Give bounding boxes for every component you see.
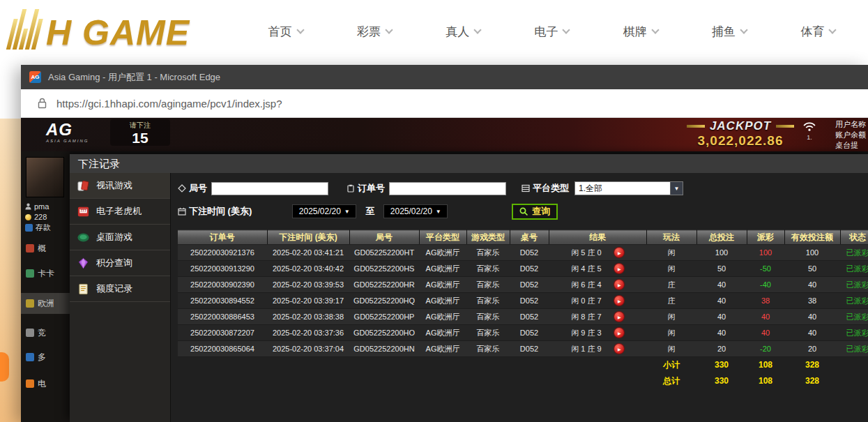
nav-item-sports[interactable]: 体育 bbox=[800, 24, 835, 40]
jackpot-dash bbox=[776, 125, 794, 128]
lobby-item-label: 多 bbox=[38, 352, 46, 363]
date-from-value: 2025/02/20 bbox=[299, 206, 341, 216]
menu-item-slots[interactable]: 777 电子老虎机 bbox=[70, 199, 170, 225]
menu-item-quota-records[interactable]: 额度记录 bbox=[70, 276, 170, 302]
slot-machine-icon: 777 bbox=[77, 205, 90, 218]
calendar-icon bbox=[178, 207, 186, 216]
round-label-text: 局号 bbox=[189, 182, 207, 195]
replay-button[interactable]: ▶ bbox=[614, 280, 624, 289]
cell-play: 闲 bbox=[646, 341, 696, 357]
nav-item-slots[interactable]: 电子 bbox=[534, 24, 569, 40]
cell-play: 庄 bbox=[646, 293, 696, 309]
cell-platform: AG欧洲厅 bbox=[419, 293, 466, 309]
replay-button[interactable]: ▶ bbox=[614, 328, 624, 338]
cell-bet: 40 bbox=[696, 309, 747, 325]
cell-table: D052 bbox=[510, 341, 549, 357]
table-games-icon bbox=[77, 231, 90, 244]
cell-game: 百家乐 bbox=[466, 293, 510, 309]
chevron-down-icon bbox=[563, 26, 570, 33]
total-payout: 108 bbox=[747, 373, 784, 389]
cell-table: D052 bbox=[510, 293, 549, 309]
result-text: 闲 4 庄 5 bbox=[571, 264, 601, 274]
cell-result: 闲 4 庄 5▶ bbox=[549, 261, 646, 277]
menu-label: 电子老虎机 bbox=[96, 205, 142, 218]
cell-platform: AG欧洲厅 bbox=[419, 245, 466, 261]
cell-round: GD052252200HQ bbox=[349, 293, 419, 309]
lobby-username: pma bbox=[25, 202, 49, 211]
ag-logo-subtext: ASIA GAMING bbox=[46, 139, 89, 143]
lobby-item-2[interactable]: 欧洲 bbox=[21, 293, 70, 314]
cell-empty bbox=[510, 357, 549, 373]
service-tab[interactable] bbox=[0, 352, 9, 382]
query-button[interactable]: 查询 bbox=[512, 204, 558, 220]
bet-record-row: 2502200309023902025-02-20 03:39:53GD0522… bbox=[178, 277, 868, 293]
deposit-icon bbox=[25, 224, 33, 232]
menu-item-video-games[interactable]: 视讯游戏 bbox=[70, 173, 170, 199]
replay-button[interactable]: ▶ bbox=[614, 296, 624, 306]
cell-empty bbox=[549, 373, 646, 389]
platform-select[interactable]: 1.全部 ▼ bbox=[574, 181, 683, 195]
wifi-indicator: 1. bbox=[800, 121, 818, 141]
cell-valid: 40 bbox=[784, 277, 840, 293]
countdown-label: 请下注 bbox=[110, 121, 170, 130]
menu-item-points-query[interactable]: 积分查询 bbox=[70, 250, 170, 276]
order-label: 订单号 bbox=[347, 182, 385, 195]
site-logo[interactable]: H GAME bbox=[11, 9, 241, 54]
cell-play: 闲 bbox=[646, 245, 696, 261]
replay-button[interactable]: ▶ bbox=[614, 344, 624, 354]
to-label: 至 bbox=[365, 205, 374, 218]
nav-item-lottery[interactable]: 彩票 bbox=[357, 24, 392, 40]
deposit-label: 存款 bbox=[36, 223, 51, 233]
round-input[interactable] bbox=[211, 182, 328, 195]
nav-item-live[interactable]: 真人 bbox=[446, 24, 480, 40]
replay-button[interactable]: ▶ bbox=[614, 248, 624, 257]
lobby-item-3[interactable]: 竞 bbox=[21, 322, 70, 343]
cell-empty bbox=[267, 373, 349, 389]
deposit-button[interactable]: 存款 bbox=[25, 223, 51, 233]
column-header: 有效投注额 bbox=[784, 230, 840, 245]
browser-titlebar[interactable]: AG Asia Gaming - 用户配置 1 - Microsoft Edge bbox=[21, 65, 868, 89]
nav-item-fishing[interactable]: 捕鱼 bbox=[712, 24, 747, 40]
cell-time: 2025-02-20 03:39:53 bbox=[267, 277, 349, 293]
cell-bet: 40 bbox=[696, 293, 747, 309]
cell-status: 已派彩 bbox=[840, 293, 868, 309]
replay-button[interactable]: ▶ bbox=[614, 312, 624, 322]
nav-item-cards[interactable]: 棋牌 bbox=[623, 24, 658, 40]
cell-payout: 100 bbox=[747, 245, 784, 261]
bet-time-label-text: 下注时间 (美东) bbox=[189, 205, 252, 218]
url-text[interactable]: https://gci.1hhapi.com/agingame/pcv1/ind… bbox=[56, 98, 282, 110]
date-to-select[interactable]: 2025/02/20 ▼ bbox=[383, 204, 448, 218]
browser-urlbar: https://gci.1hhapi.com/agingame/pcv1/ind… bbox=[21, 89, 868, 118]
lock-icon[interactable] bbox=[38, 98, 47, 109]
lobby-item-5[interactable]: 电 bbox=[21, 373, 70, 394]
order-input[interactable] bbox=[389, 182, 506, 195]
bet-record-row: 2502200309213762025-02-20 03:41:21GD0522… bbox=[178, 245, 868, 261]
cell-payout: -20 bbox=[747, 341, 784, 357]
wifi-icon bbox=[802, 122, 816, 131]
jackpot-value: 3,022,022.86 bbox=[668, 133, 813, 149]
cell-table: D052 bbox=[510, 261, 549, 277]
bet-table-body: 2502200309213762025-02-20 03:41:21GD0522… bbox=[178, 245, 868, 389]
column-header: 局号 bbox=[349, 230, 419, 245]
lobby-item-0[interactable]: 概 bbox=[21, 238, 70, 259]
caret-down-icon: ▼ bbox=[436, 209, 441, 215]
game-topbar: AG ASIA GAMING 请下注 15 JACKPOT 3,022,022.… bbox=[21, 118, 868, 151]
jackpot-display: JACKPOT 3,022,022.86 bbox=[668, 119, 813, 149]
cell-empty bbox=[466, 373, 510, 389]
lobby-item-4[interactable]: 多 bbox=[21, 347, 70, 368]
lobby-item-1[interactable]: 卡卡 bbox=[21, 263, 70, 284]
replay-button[interactable]: ▶ bbox=[614, 264, 624, 273]
menu-item-table-games[interactable]: 桌面游戏 bbox=[70, 225, 170, 250]
date-from-select[interactable]: 2025/02/20 ▼ bbox=[292, 204, 356, 218]
lobby-item-label: 卡卡 bbox=[38, 268, 54, 280]
cell-round: GD052252200HS bbox=[349, 261, 419, 277]
lobby-item-icon bbox=[26, 269, 34, 278]
result-text: 闲 8 庄 7 bbox=[571, 312, 601, 322]
ag-logo: AG ASIA GAMING bbox=[46, 121, 89, 143]
cell-order: 250220030886453 bbox=[178, 309, 267, 325]
lobby-sidebar: pma 228 存款 概 卡卡 欧洲 竞 多 电 bbox=[21, 151, 70, 422]
chevron-down-icon bbox=[296, 26, 304, 33]
lobby-item-icon bbox=[26, 299, 34, 308]
lobby-item-icon bbox=[26, 353, 34, 361]
nav-item-home[interactable]: 首页 bbox=[268, 24, 303, 40]
